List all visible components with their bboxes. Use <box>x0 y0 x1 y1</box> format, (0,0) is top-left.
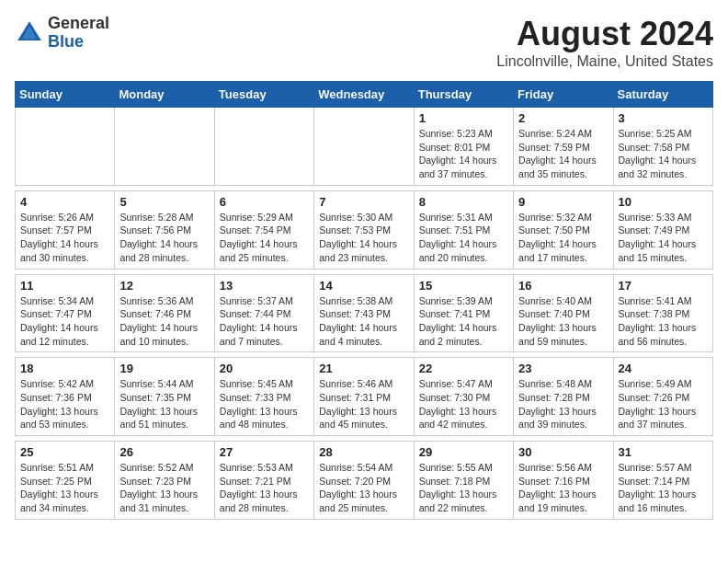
calendar-cell: 21Sunrise: 5:46 AMSunset: 7:31 PMDayligh… <box>314 358 414 436</box>
day-info: Sunrise: 5:49 AMSunset: 7:26 PMDaylight:… <box>619 377 708 431</box>
day-number: 9 <box>518 195 608 209</box>
day-info: Sunrise: 5:44 AMSunset: 7:35 PMDaylight:… <box>119 377 209 431</box>
day-number: 10 <box>619 195 708 209</box>
day-info: Sunrise: 5:57 AMSunset: 7:14 PMDaylight:… <box>619 461 708 515</box>
day-number: 2 <box>518 111 608 125</box>
day-info: Sunrise: 5:55 AMSunset: 7:18 PMDaylight:… <box>419 461 508 515</box>
calendar-cell: 31Sunrise: 5:57 AMSunset: 7:14 PMDayligh… <box>613 442 712 520</box>
day-number: 21 <box>319 362 408 375</box>
calendar-cell: 4Sunrise: 5:26 AMSunset: 7:57 PMDaylight… <box>16 190 115 269</box>
day-info: Sunrise: 5:36 AMSunset: 7:46 PMDaylight:… <box>119 294 209 349</box>
calendar-cell: 19Sunrise: 5:44 AMSunset: 7:35 PMDayligh… <box>115 358 214 436</box>
calendar-cell: 26Sunrise: 5:52 AMSunset: 7:23 PMDayligh… <box>115 442 214 520</box>
header-monday: Monday <box>115 82 214 108</box>
day-info: Sunrise: 5:53 AMSunset: 7:21 PMDaylight:… <box>220 461 309 515</box>
day-info: Sunrise: 5:54 AMSunset: 7:20 PMDaylight:… <box>319 461 408 515</box>
header-thursday: Thursday <box>414 82 513 108</box>
day-number: 3 <box>619 111 708 125</box>
calendar-week-row: 25Sunrise: 5:51 AMSunset: 7:25 PMDayligh… <box>16 442 713 520</box>
calendar-cell: 29Sunrise: 5:55 AMSunset: 7:18 PMDayligh… <box>414 442 513 520</box>
calendar-table: SundayMondayTuesdayWednesdayThursdayFrid… <box>15 81 713 520</box>
calendar-cell <box>16 108 115 186</box>
calendar-cell: 20Sunrise: 5:45 AMSunset: 7:33 PMDayligh… <box>214 358 313 436</box>
day-info: Sunrise: 5:31 AMSunset: 7:51 PMDaylight:… <box>419 211 508 265</box>
calendar-cell: 7Sunrise: 5:30 AMSunset: 7:53 PMDaylight… <box>314 190 414 269</box>
calendar-cell: 12Sunrise: 5:36 AMSunset: 7:46 PMDayligh… <box>115 274 214 352</box>
calendar-week-row: 1Sunrise: 5:23 AMSunset: 8:01 PMDaylight… <box>16 108 713 186</box>
page-subtitle: Lincolnville, Maine, United States <box>496 53 713 70</box>
day-number: 17 <box>619 279 708 293</box>
calendar-cell: 17Sunrise: 5:41 AMSunset: 7:38 PMDayligh… <box>613 274 712 352</box>
day-info: Sunrise: 5:30 AMSunset: 7:53 PMDaylight:… <box>319 211 408 265</box>
day-number: 14 <box>319 279 408 293</box>
day-info: Sunrise: 5:42 AMSunset: 7:36 PMDaylight:… <box>20 377 109 431</box>
calendar-cell: 28Sunrise: 5:54 AMSunset: 7:20 PMDayligh… <box>314 442 414 520</box>
day-number: 8 <box>419 195 508 209</box>
day-info: Sunrise: 5:47 AMSunset: 7:30 PMDaylight:… <box>419 377 508 431</box>
day-info: Sunrise: 5:38 AMSunset: 7:43 PMDaylight:… <box>319 294 408 349</box>
day-info: Sunrise: 5:25 AMSunset: 7:58 PMDaylight:… <box>619 127 708 181</box>
calendar-header-row: SundayMondayTuesdayWednesdayThursdayFrid… <box>16 82 713 108</box>
day-info: Sunrise: 5:24 AMSunset: 7:59 PMDaylight:… <box>518 127 608 181</box>
day-number: 4 <box>20 195 109 209</box>
calendar-cell: 5Sunrise: 5:28 AMSunset: 7:56 PMDaylight… <box>115 190 214 269</box>
calendar-cell: 24Sunrise: 5:49 AMSunset: 7:26 PMDayligh… <box>613 358 712 436</box>
page-header: General Blue August 2024 Lincolnville, M… <box>15 15 713 70</box>
day-number: 15 <box>419 279 508 293</box>
calendar-cell: 6Sunrise: 5:29 AMSunset: 7:54 PMDaylight… <box>214 190 313 269</box>
day-info: Sunrise: 5:23 AMSunset: 8:01 PMDaylight:… <box>419 127 508 181</box>
calendar-cell: 9Sunrise: 5:32 AMSunset: 7:50 PMDaylight… <box>514 190 613 269</box>
day-number: 19 <box>119 362 209 375</box>
calendar-week-row: 18Sunrise: 5:42 AMSunset: 7:36 PMDayligh… <box>16 358 713 436</box>
day-number: 6 <box>220 195 309 209</box>
day-number: 31 <box>619 445 708 459</box>
day-info: Sunrise: 5:26 AMSunset: 7:57 PMDaylight:… <box>20 211 109 265</box>
calendar-cell: 22Sunrise: 5:47 AMSunset: 7:30 PMDayligh… <box>414 358 513 436</box>
day-info: Sunrise: 5:48 AMSunset: 7:28 PMDaylight:… <box>518 377 608 431</box>
day-number: 7 <box>319 195 408 209</box>
header-sunday: Sunday <box>16 82 115 108</box>
day-info: Sunrise: 5:52 AMSunset: 7:23 PMDaylight:… <box>119 461 209 515</box>
day-info: Sunrise: 5:37 AMSunset: 7:44 PMDaylight:… <box>220 294 309 349</box>
calendar-cell: 11Sunrise: 5:34 AMSunset: 7:47 PMDayligh… <box>16 274 115 352</box>
day-info: Sunrise: 5:40 AMSunset: 7:40 PMDaylight:… <box>518 294 608 349</box>
day-info: Sunrise: 5:28 AMSunset: 7:56 PMDaylight:… <box>119 211 209 265</box>
logo-general-text: General <box>48 14 109 32</box>
calendar-cell: 13Sunrise: 5:37 AMSunset: 7:44 PMDayligh… <box>214 274 313 352</box>
day-info: Sunrise: 5:41 AMSunset: 7:38 PMDaylight:… <box>619 294 708 349</box>
day-number: 30 <box>518 445 608 459</box>
calendar-cell: 15Sunrise: 5:39 AMSunset: 7:41 PMDayligh… <box>414 274 513 352</box>
day-number: 18 <box>20 362 109 375</box>
calendar-cell: 23Sunrise: 5:48 AMSunset: 7:28 PMDayligh… <box>514 358 613 436</box>
calendar-week-row: 4Sunrise: 5:26 AMSunset: 7:57 PMDaylight… <box>16 190 713 269</box>
logo-blue-text: Blue <box>48 32 84 51</box>
calendar-cell: 2Sunrise: 5:24 AMSunset: 7:59 PMDaylight… <box>514 108 613 186</box>
day-number: 13 <box>220 279 309 293</box>
day-number: 29 <box>419 445 508 459</box>
day-number: 24 <box>619 362 708 375</box>
day-number: 25 <box>20 445 109 459</box>
calendar-cell: 14Sunrise: 5:38 AMSunset: 7:43 PMDayligh… <box>314 274 414 352</box>
calendar-cell: 27Sunrise: 5:53 AMSunset: 7:21 PMDayligh… <box>214 442 313 520</box>
logo: General Blue <box>15 15 109 52</box>
header-tuesday: Tuesday <box>214 82 313 108</box>
day-info: Sunrise: 5:33 AMSunset: 7:49 PMDaylight:… <box>619 211 708 265</box>
day-number: 12 <box>119 279 209 293</box>
calendar-cell: 3Sunrise: 5:25 AMSunset: 7:58 PMDaylight… <box>613 108 712 186</box>
day-info: Sunrise: 5:51 AMSunset: 7:25 PMDaylight:… <box>20 461 109 515</box>
day-info: Sunrise: 5:46 AMSunset: 7:31 PMDaylight:… <box>319 377 408 431</box>
header-saturday: Saturday <box>613 82 712 108</box>
title-block: August 2024 Lincolnville, Maine, United … <box>496 15 713 70</box>
header-wednesday: Wednesday <box>314 82 414 108</box>
day-number: 11 <box>20 279 109 293</box>
calendar-cell: 30Sunrise: 5:56 AMSunset: 7:16 PMDayligh… <box>514 442 613 520</box>
calendar-cell: 8Sunrise: 5:31 AMSunset: 7:51 PMDaylight… <box>414 190 513 269</box>
calendar-cell: 16Sunrise: 5:40 AMSunset: 7:40 PMDayligh… <box>514 274 613 352</box>
day-number: 16 <box>518 279 608 293</box>
day-number: 27 <box>220 445 309 459</box>
day-info: Sunrise: 5:56 AMSunset: 7:16 PMDaylight:… <box>518 461 608 515</box>
day-info: Sunrise: 5:45 AMSunset: 7:33 PMDaylight:… <box>220 377 309 431</box>
calendar-cell <box>214 108 313 186</box>
day-number: 20 <box>220 362 309 375</box>
day-info: Sunrise: 5:39 AMSunset: 7:41 PMDaylight:… <box>419 294 508 349</box>
